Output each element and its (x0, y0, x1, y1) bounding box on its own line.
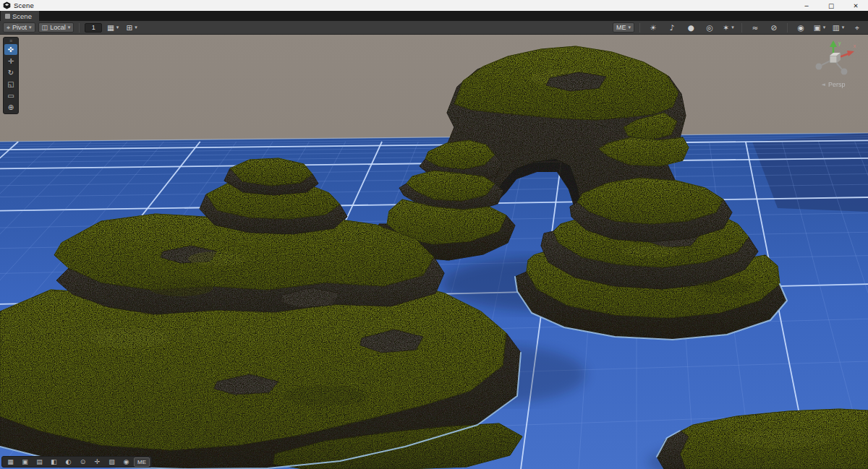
palette-grip-icon[interactable]: ≡ (9, 38, 12, 43)
chevron-down-icon: ▾ (842, 25, 845, 30)
hidden-objects-toggle[interactable]: ⊘ (766, 22, 782, 33)
layers-tool-button[interactable]: ▤ (33, 457, 46, 467)
toolbar-separator (741, 23, 742, 33)
persp-label: Persp (828, 81, 846, 88)
pivot-icon: ⌖ (7, 24, 10, 32)
layers-icon: ▤ (36, 458, 43, 465)
stats-icon: ▥ (833, 23, 840, 32)
scene-toolbar: ⌖ Pivot ▾ ◫ Local ▾ ▦ ▾ ⊞ ▾ ME ▾ ☀ ♪ ● ◎… (0, 21, 868, 35)
rect-tool-button[interactable]: ▭ (4, 90, 17, 101)
hidden-icon: ⊘ (771, 23, 778, 32)
star-icon: ✶ (723, 23, 729, 32)
target-icon: ◉ (124, 458, 129, 465)
increment-snap-icon: ⊞ (126, 23, 132, 32)
search-tool-button[interactable]: ⊙ (76, 457, 90, 467)
pivot-dropdown[interactable]: ⌖ Pivot ▾ (3, 22, 35, 33)
orientation-gizmo-axes[interactable]: y x (807, 38, 859, 78)
rotate-icon: ↻ (8, 68, 14, 78)
audio-icon: ♪ (670, 23, 675, 32)
scene-canvas[interactable] (0, 35, 868, 469)
window-title: Scene (14, 1, 34, 9)
negative-axis-handle[interactable] (841, 69, 848, 75)
texture-icon: ▧ (109, 458, 115, 465)
grid-snap-icon: ▦ (107, 23, 114, 32)
orientation-label: Local (50, 24, 66, 31)
hand-icon: ✜ (8, 45, 14, 55)
chevron-down-icon: ▾ (823, 25, 826, 30)
mask-icon: ◧ (51, 458, 57, 465)
negative-axis-handle[interactable] (816, 64, 822, 70)
grid-size-input[interactable] (85, 23, 102, 33)
stats-dropdown[interactable]: ▥▾ (830, 22, 846, 33)
me-label: ME (616, 24, 626, 31)
brush-icon: ◐ (66, 458, 72, 465)
chevron-down-icon: ▾ (116, 25, 119, 30)
eye-icon: ◉ (797, 23, 804, 32)
nudge-tool-button[interactable]: ✛ (90, 457, 104, 467)
chevron-down-icon: ▾ (628, 25, 631, 30)
maximize-button[interactable]: □ (819, 0, 843, 11)
move-icon: ✛ (8, 56, 14, 66)
chevron-down-icon: ▾ (135, 25, 137, 30)
pivot-label: Pivot (12, 24, 27, 31)
texture-tool-button[interactable]: ▧ (105, 457, 119, 467)
window-titlebar: Scene ─ □ ✕ (0, 0, 868, 11)
gizmo-icon: ⌖ (855, 23, 859, 33)
gizmo-center-cube[interactable] (830, 56, 837, 63)
projection-mode-toggle[interactable]: ◄ Persp (803, 81, 864, 88)
hand-tool-button[interactable]: ✜ (4, 44, 17, 55)
tab-label: Scene (12, 12, 32, 20)
window-controls: ─ □ ✕ (794, 0, 868, 11)
camera-icon: ▣ (814, 23, 821, 32)
sun-icon: ☀ (650, 23, 656, 32)
tab-scene[interactable]: Scene (1, 11, 39, 21)
unity-logo-icon (3, 1, 11, 9)
scene-viewport[interactable]: ≡ ✜ ✛ ↻ ◱ ▭ ⊕ ▦ ▣ ▤ ◧ ◐ ⊙ ✛ ▧ ◉ ME (0, 35, 868, 469)
local-space-icon: ◫ (42, 24, 48, 31)
fog-icon: ◎ (706, 23, 712, 32)
scale-tool-button[interactable]: ◱ (4, 79, 17, 90)
persp-arrow-icon: ◄ (822, 82, 825, 87)
unity-window: Scene ─ □ ✕ Scene ⌖ Pivot ▾ ◫ Local ▾ ▦ … (0, 0, 868, 469)
tab-strip: Scene (0, 11, 868, 21)
stamp-icon: ▣ (22, 458, 28, 465)
move-tool-button[interactable]: ✛ (4, 56, 17, 66)
debug-mode-toggle[interactable]: ≈ (747, 22, 763, 33)
wave-icon: ≈ (752, 23, 759, 32)
me-overlay-button[interactable]: ME (134, 457, 150, 467)
chevron-down-icon: ▾ (731, 25, 734, 30)
minimize-button[interactable]: ─ (794, 0, 819, 11)
me-dropdown[interactable]: ME ▾ (613, 22, 634, 33)
x-axis-label: x (854, 43, 856, 48)
toolbar-separator (639, 23, 640, 33)
gizmos-toggle[interactable]: ⌖ (849, 22, 865, 33)
scene-lighting-toggle[interactable]: ☀ (645, 22, 661, 33)
orientation-dropdown[interactable]: ◫ Local ▾ (38, 22, 75, 33)
effects-dropdown[interactable]: ✶▾ (720, 22, 736, 33)
scene-audio-toggle[interactable]: ♪ (664, 22, 680, 33)
tool-palette: ≡ ✜ ✛ ↻ ◱ ▭ ⊕ (3, 37, 19, 114)
rect-icon: ▭ (7, 91, 14, 101)
scale-icon: ◱ (7, 79, 14, 90)
camera-settings-dropdown[interactable]: ▣▾ (812, 22, 827, 33)
brush-tool-button[interactable]: ◐ (61, 457, 75, 467)
scene-orientation-gizmo: y x ◄ Persp (803, 38, 864, 88)
transform-tool-button[interactable]: ⊕ (4, 102, 17, 113)
sphere-icon: ● (687, 23, 694, 32)
search-icon: ⊙ (80, 458, 86, 465)
stamp-tool-button[interactable]: ▣ (18, 457, 32, 467)
mask-tool-button[interactable]: ◧ (47, 457, 61, 467)
close-button[interactable]: ✕ (843, 0, 868, 11)
grid-tool-button[interactable]: ▦ (4, 457, 17, 467)
y-axis-label: y (838, 40, 841, 46)
toolbar-separator (79, 23, 80, 33)
scene-visibility-toggle[interactable]: ◉ (793, 22, 809, 33)
rotate-tool-button[interactable]: ↻ (4, 67, 17, 78)
skybox-fog-toggle[interactable]: ◎ (702, 22, 718, 33)
target-tool-button[interactable]: ◉ (119, 457, 133, 467)
snap-grid-dropdown[interactable]: ▦ ▾ (105, 22, 121, 33)
nudge-icon: ✛ (95, 458, 101, 465)
snap-increment-dropdown[interactable]: ⊞ ▾ (124, 22, 140, 33)
scene-effects-toggle[interactable]: ● (683, 22, 699, 33)
overlay-toolbar: ▦ ▣ ▤ ◧ ◐ ⊙ ✛ ▧ ◉ ME (1, 456, 152, 468)
